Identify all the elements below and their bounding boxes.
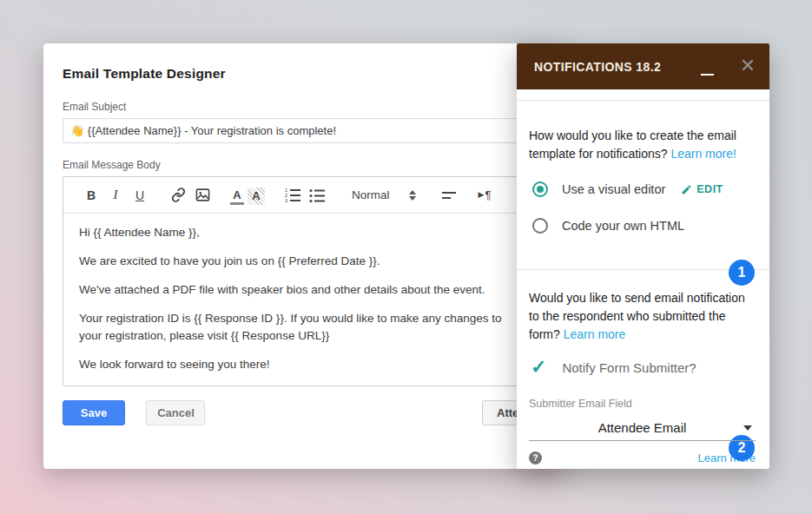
save-button[interactable]: Save (63, 400, 125, 425)
ordered-list-icon: 1 2 3 (285, 188, 300, 203)
background-color-button[interactable]: A (248, 188, 265, 205)
checkmark-icon: ✓ (531, 358, 546, 377)
email-subject-label: Email Subject (63, 101, 545, 113)
email-body-label: Email Message Body (63, 159, 545, 171)
pencil-icon (681, 184, 692, 195)
body-paragraph: We are excited to have you join us on {{… (79, 253, 515, 270)
notify-form-submitter-label: Notify Form Submitter? (562, 360, 696, 375)
body-paragraph: We've attached a PDF file with speaker b… (79, 281, 515, 299)
option-code-html-label: Code your own HTML (562, 219, 684, 233)
align-icon (442, 192, 456, 194)
radio-selected-icon[interactable] (532, 181, 548, 197)
learn-more-link-2[interactable]: Learn more (564, 327, 626, 341)
email-template-designer-dialog: Email Template Designer Email Subject Em… (43, 43, 564, 469)
format-select-value: Normal (352, 188, 390, 201)
svg-text:3: 3 (285, 198, 287, 203)
radio-unselected-icon[interactable] (532, 218, 548, 234)
image-icon (195, 188, 210, 202)
rich-text-editor: B I U A A (63, 176, 531, 386)
notifications-panel-header: NOTIFICATIONS 18.2 ✕ (517, 43, 769, 89)
body-paragraph: Hi {{ Attendee Name }}, (79, 224, 515, 241)
link-icon (171, 188, 186, 202)
minimize-icon[interactable] (701, 74, 714, 76)
question-notify-respondent: Would you like to send email notificatio… (529, 289, 756, 344)
learn-more-link-1[interactable]: Learn more! (670, 147, 736, 161)
desktop-background: Email Template Designer Email Subject Em… (0, 0, 812, 514)
chevron-down-icon (743, 425, 752, 431)
text-direction-button[interactable]: ▶¶ (479, 188, 492, 201)
option-visual-editor-label: Use a visual editor (562, 182, 665, 196)
body-paragraph: Your registration ID is {{ Response ID }… (79, 310, 515, 345)
notifications-title: NOTIFICATIONS 18.2 (534, 60, 661, 74)
divider (517, 100, 769, 101)
align-button[interactable] (442, 192, 456, 199)
direction-arrow-icon: ▶ (479, 190, 485, 199)
submitter-email-select-value: Attendee Email (529, 420, 756, 435)
step-badge-1: 1 (729, 260, 755, 286)
submitter-email-select[interactable]: Attendee Email (529, 415, 756, 441)
italic-button[interactable]: I (105, 185, 126, 206)
chevron-up-down-icon (409, 190, 416, 201)
email-subject-input[interactable] (63, 118, 531, 143)
dialog-actions: Save Cancel Attende (63, 400, 545, 426)
ordered-list-button[interactable]: 1 2 3 (282, 185, 303, 206)
underline-button[interactable]: U (129, 185, 150, 206)
panel-footer: ? Learn more (529, 451, 756, 465)
bullet-list-button[interactable] (307, 185, 327, 206)
link-button[interactable] (168, 185, 188, 206)
notifications-panel-body: How would you like to create the email t… (517, 127, 769, 465)
close-icon[interactable]: ✕ (737, 56, 758, 76)
submitter-email-field-label: Submitter Email Field (529, 398, 756, 410)
email-body-textarea[interactable]: Hi {{ Attendee Name }}, We are excited t… (63, 214, 531, 373)
page-title: Email Template Designer (63, 66, 545, 82)
edit-button[interactable]: EDIT (681, 183, 723, 195)
bold-button[interactable]: B (81, 185, 102, 206)
question-create-template: How would you like to create the email t… (529, 127, 756, 163)
body-paragraph: We look forward to seeing you there! (79, 356, 515, 373)
option-visual-editor[interactable]: Use a visual editor EDIT (529, 179, 756, 200)
help-icon[interactable]: ? (529, 451, 542, 465)
notify-form-submitter-toggle[interactable]: ✓ Notify Form Submitter? (529, 356, 756, 379)
cancel-button[interactable]: Cancel (146, 400, 205, 425)
bullet-list-icon (309, 188, 325, 203)
notifications-panel: NOTIFICATIONS 18.2 ✕ How would you like … (517, 43, 769, 469)
image-button[interactable] (192, 185, 213, 206)
option-code-html[interactable]: Code your own HTML (529, 215, 756, 236)
editor-toolbar: B I U A A (63, 177, 531, 214)
edit-button-label: EDIT (696, 183, 723, 195)
format-select[interactable]: Normal (352, 188, 416, 201)
text-color-button[interactable]: A (230, 188, 244, 205)
